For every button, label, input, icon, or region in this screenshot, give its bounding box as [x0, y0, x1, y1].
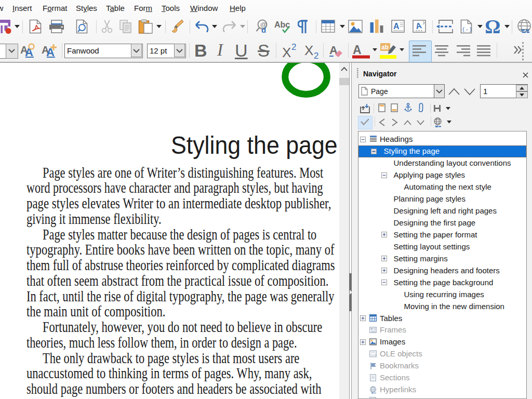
- svg-text:X: X: [282, 45, 291, 58]
- svg-text:Ω: Ω: [486, 20, 500, 33]
- svg-text:A: A: [353, 43, 362, 57]
- svg-text:2: 2: [314, 51, 318, 59]
- svg-text:2: 2: [291, 43, 296, 52]
- svg-text:ab: ab: [381, 44, 389, 51]
- svg-text:(-): (-): [462, 26, 472, 33]
- svg-text:OLE: OLE: [370, 353, 377, 356]
- svg-text:A: A: [393, 22, 400, 31]
- svg-text:X: X: [304, 43, 313, 58]
- svg-text:d: d: [261, 25, 266, 34]
